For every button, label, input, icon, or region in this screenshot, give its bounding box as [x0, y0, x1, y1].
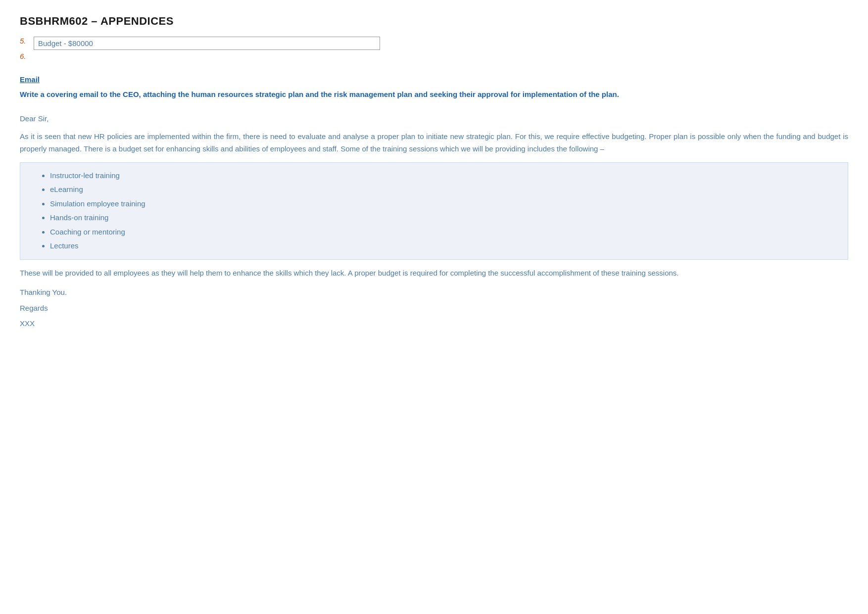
training-list: Instructor-led training eLearning Simula…: [50, 169, 838, 253]
email-section-label: Email: [20, 75, 848, 84]
email-closing: Thanking You. Regards XXX: [20, 286, 848, 330]
list-item: Lectures: [50, 239, 838, 253]
page-title: BSBHRM602 – APPENDICES: [20, 15, 848, 28]
email-paragraph1: As it is seen that new HR policies are i…: [20, 130, 848, 155]
item-6-number: 6.: [20, 52, 34, 60]
email-salutation: Dear Sir,: [20, 112, 848, 125]
list-item: Simulation employee training: [50, 197, 838, 211]
list-item: Instructor-led training: [50, 169, 838, 183]
email-paragraph2: These will be provided to all employees …: [20, 267, 848, 280]
closing-name: XXX: [20, 317, 848, 330]
list-item: eLearning: [50, 183, 838, 197]
item-5-row: 5.: [20, 37, 848, 50]
list-item: Coaching or mentoring: [50, 225, 838, 239]
bullet-list-box: Instructor-led training eLearning Simula…: [20, 162, 848, 260]
closing-thanking: Thanking You.: [20, 286, 848, 299]
closing-regards: Regards: [20, 302, 848, 315]
item-6-row: 6.: [20, 52, 848, 60]
email-body: Dear Sir, As it is seen that new HR poli…: [20, 112, 848, 330]
item-5-number: 5.: [20, 37, 34, 45]
budget-input[interactable]: [34, 37, 380, 50]
instruction-text: Write a covering email to the CEO, attac…: [20, 89, 848, 100]
list-item: Hands-on training: [50, 211, 838, 225]
